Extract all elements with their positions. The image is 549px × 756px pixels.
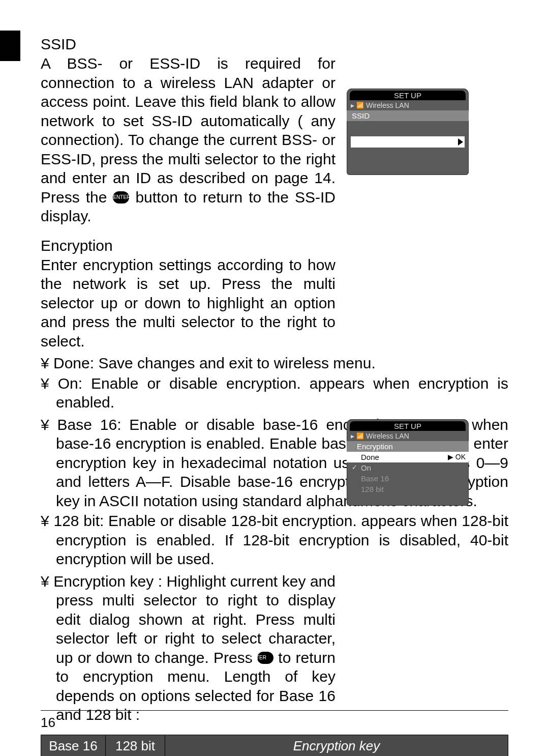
- ssid-heading: SSID: [41, 36, 508, 53]
- option-encryption-key: ¥ Encryption key : Highlight current key…: [41, 572, 336, 724]
- col-base16: Base 16: [41, 735, 106, 756]
- crumb-text: Wireless LAN: [366, 101, 409, 109]
- page-footer: 16: [41, 710, 508, 731]
- encryption-heading: Encryption: [41, 237, 508, 254]
- done-text: Done: [361, 453, 379, 461]
- encryption-label: Encryption: [347, 441, 469, 452]
- col-encryption-key: Encryption key: [165, 735, 508, 756]
- menu-item-done[interactable]: Done ▶ OK: [347, 452, 469, 462]
- ssid-body-text: A BSS- or ESS-ID is required for connect…: [41, 55, 336, 206]
- encryption-intro: Enter encryption settings according to h…: [41, 255, 336, 351]
- encryption-key-table: Base 16 128 bit Encryption key Five char…: [41, 735, 508, 757]
- section-tab: [0, 31, 20, 61]
- wifi-icon: 📶: [356, 432, 364, 440]
- menu-item-on[interactable]: ✓ On: [347, 462, 469, 473]
- ssid-setup-screen: SET UP ▸ 📶 Wireless LAN SSID: [347, 89, 469, 175]
- right-arrow-icon: [458, 138, 463, 146]
- option-done: ¥ Done: Save changes and exit to wireles…: [41, 354, 508, 373]
- screen-title: SET UP: [350, 91, 466, 100]
- ok-indicator: ▶ OK: [448, 453, 466, 461]
- play-icon: ▸: [351, 432, 354, 440]
- table-header-row: Base 16 128 bit Encryption key: [41, 735, 508, 756]
- crumb-text: Wireless LAN: [366, 432, 409, 440]
- ssid-input-field[interactable]: [351, 136, 465, 148]
- encryption-options-list: ¥ Done: Save changes and exit to wireles…: [41, 354, 508, 412]
- encryption-menu-screen: SET UP ▸ 📶 Wireless LAN Encryption Done …: [347, 419, 469, 506]
- page-number: 16: [41, 715, 55, 730]
- option-128bit: ¥ 128 bit: Enable or disable 128-bit enc…: [41, 511, 508, 569]
- ssid-body: A BSS- or ESS-ID is required for connect…: [41, 54, 336, 226]
- play-icon: ▸: [351, 101, 354, 109]
- menu-item-128bit[interactable]: 128 bit: [347, 484, 469, 495]
- check-icon: ✓: [352, 463, 357, 471]
- screen-breadcrumb: ▸ 📶 Wireless LAN: [347, 431, 469, 441]
- menu-item-base16[interactable]: Base 16: [347, 473, 469, 484]
- col-128bit: 128 bit: [106, 735, 165, 756]
- screen-breadcrumb: ▸ 📶 Wireless LAN: [347, 100, 469, 110]
- option-on: ¥ On: Enable or disable encryption. appe…: [41, 374, 508, 412]
- encryption-key-item: ¥ Encryption key : Highlight current key…: [41, 572, 336, 724]
- on-text: On: [361, 463, 371, 472]
- wifi-icon: 📶: [356, 102, 364, 109]
- enter-icon: ENTER: [257, 652, 273, 664]
- enter-icon: ENTER: [113, 191, 129, 203]
- ssid-label: SSID: [347, 110, 469, 121]
- screen-title: SET UP: [350, 421, 466, 431]
